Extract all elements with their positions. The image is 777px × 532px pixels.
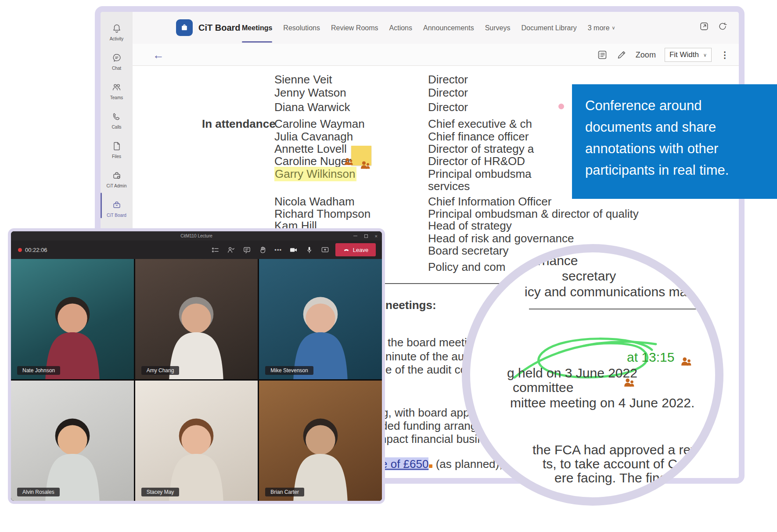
callout-text: Conference around documents and share an… [585, 98, 729, 178]
chevron-down-icon: ∨ [612, 25, 615, 31]
participant-name-chip: Brian Carter [265, 488, 304, 496]
close-icon[interactable]: × [375, 234, 378, 239]
tab-more-overflow[interactable]: 3 more∨ [588, 12, 615, 44]
feature-callout: Conference around documents and share an… [572, 84, 777, 199]
tab-surveys[interactable]: Surveys [485, 12, 511, 44]
attendee-name: Diana Warwick [274, 101, 350, 114]
chat-icon [112, 53, 122, 65]
leave-button[interactable]: Leave [335, 243, 376, 256]
participant-tile: Stacey May [135, 381, 258, 501]
attendee-role: Director of HR&OD [428, 155, 525, 168]
tab-meetings[interactable]: Meetings [242, 12, 272, 44]
participant-name-chip: Alvin Rosales [17, 488, 60, 496]
participant-name-chip: Stacey May [141, 488, 180, 496]
sidebar-item-chat[interactable]: Chat [101, 48, 133, 75]
presence-people-icon [623, 377, 635, 389]
share-screen-icon[interactable] [321, 246, 329, 254]
leave-label: Leave [353, 247, 368, 253]
annotate-pencil-icon[interactable] [616, 50, 627, 60]
sidebar-item-teams[interactable]: Teams [101, 78, 133, 104]
video-grid: Nate JohnsonAmy ChangMike StevensonAlvin… [11, 259, 382, 501]
minimize-icon[interactable] [353, 236, 357, 236]
camera-icon[interactable] [289, 246, 298, 254]
raise-hand-icon[interactable] [259, 246, 267, 254]
zoom-value: Fit Width [669, 50, 699, 59]
tab-bar: MeetingsResolutionsReview RoomsActionsAn… [242, 12, 615, 44]
video-window-title: CitM110 Lecture [11, 231, 382, 241]
budget-link[interactable]: e of £650 [381, 457, 428, 471]
more-options-icon[interactable]: ⋮ [720, 50, 729, 60]
chat-icon[interactable] [243, 246, 251, 254]
magnified-june4-line: mittee meeting on 4 June 2022. [510, 395, 694, 410]
mic-icon[interactable] [305, 246, 313, 254]
participant-tile: Brian Carter [259, 381, 382, 501]
tab-actions[interactable]: Actions [389, 12, 412, 44]
tab-document-library[interactable]: Document Library [521, 12, 576, 44]
active-item-indicator [101, 193, 102, 218]
sidebar-item-label: CiT Admin [107, 183, 127, 188]
attendee-role: Director [428, 73, 468, 86]
participant-silhouette [23, 403, 122, 501]
meetings-heading: neetings: [385, 298, 436, 312]
presence-cursor-dot [558, 104, 564, 109]
magnified-date-line: g held on 3 June 2022 [507, 366, 637, 381]
recording-icon [18, 248, 22, 252]
zoom-select[interactable]: Fit Width ∨ [665, 48, 712, 62]
participants-icon[interactable] [227, 246, 235, 254]
popout-icon[interactable] [699, 22, 709, 31]
attendee-name: Sienne Veit [274, 73, 332, 86]
presence-people-icon [680, 356, 692, 368]
attendee-role: Chief finance officer [428, 130, 529, 144]
more-options-icon[interactable]: ••• [274, 247, 282, 253]
tab-resolutions[interactable]: Resolutions [283, 12, 320, 44]
screenshot-canvas: ActivityChatTeamsCallsFilesCiT AdminCiT … [0, 0, 777, 532]
list-view-icon[interactable] [597, 50, 608, 60]
refresh-icon[interactable] [718, 22, 727, 31]
back-button[interactable]: ← [153, 47, 164, 62]
attendee-role: Chief executive & ch [428, 117, 532, 131]
sidebar-item-label: Activity [110, 36, 124, 41]
tab-review-rooms[interactable]: Review Rooms [331, 12, 378, 44]
cit-admin-icon [112, 170, 122, 183]
call-toolbar: 00:22:06 ••• Leave [11, 241, 382, 259]
participant-tile: Nate Johnson [11, 259, 134, 379]
attendee-role: Principal ombudsma [428, 167, 532, 181]
attendee-role: Director of strategy a [428, 142, 534, 156]
hang-up-icon [343, 246, 350, 253]
magnified-fca-fragment: the FCA had approved a revised [532, 442, 721, 457]
sidebar-item-cit-admin[interactable]: CiT Admin [101, 166, 133, 192]
sidebar-item-label: Chat [112, 66, 121, 71]
attendee-role: Policy and com [428, 260, 505, 274]
presence-people-icon [360, 160, 371, 171]
video-window-titlebar: CitM110 Lecture × [11, 231, 382, 241]
sidebar-item-cit-board[interactable]: CiT Board [101, 195, 133, 222]
attendee-role: Board secretary [428, 244, 509, 258]
call-timer: 00:22:06 [25, 247, 47, 253]
attendee-name: Julia Cavanagh [274, 130, 353, 144]
sidebar-item-calls[interactable]: Calls [101, 107, 133, 133]
presence-people-icon [344, 157, 353, 167]
attendee-name: Jenny Watson [274, 86, 346, 100]
attendee-role: services [428, 180, 470, 193]
teams-icon [112, 82, 122, 94]
attendee-name: Garry Wilkinson [274, 167, 356, 181]
participant-name-chip: Amy Chang [141, 366, 180, 375]
app-title: CiT Board [198, 12, 241, 44]
participant-silhouette [23, 281, 122, 379]
calls-icon [112, 111, 122, 124]
sidebar-item-activity[interactable]: Activity [101, 19, 133, 45]
bell-icon [112, 23, 122, 36]
participant-name-chip: Nate Johnson [17, 366, 60, 375]
magnified-divider [529, 309, 720, 309]
gallery-view-icon[interactable] [211, 246, 219, 254]
time-annotation: at 13:15 [627, 350, 674, 365]
participant-name-chip: Mike Stevenson [265, 366, 313, 375]
cit-board-app-icon [176, 19, 193, 36]
highlighted-name: Garry Wilkinson [274, 167, 356, 181]
participant-silhouette [147, 403, 246, 501]
sidebar-item-files[interactable]: Files [101, 137, 133, 163]
attendee-role: Director [428, 101, 468, 114]
maximize-icon[interactable] [364, 234, 368, 238]
tab-announcements[interactable]: Announcements [423, 12, 474, 44]
document-toolbar: ← Zoom Fit Width ∨ ⋮ [133, 44, 739, 66]
